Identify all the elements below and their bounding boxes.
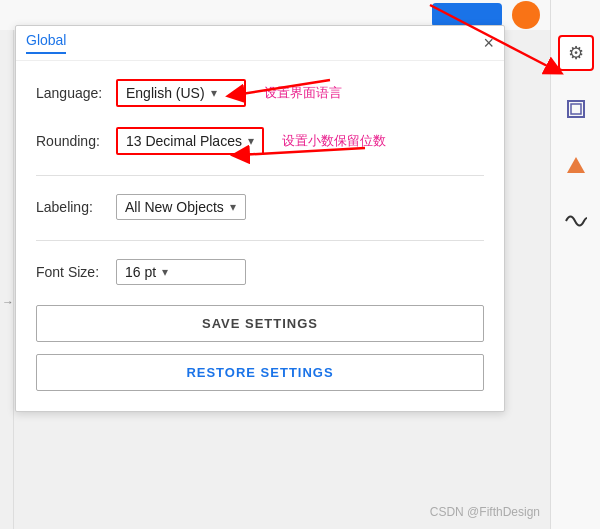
wave-icon[interactable] — [558, 203, 594, 239]
language-row: Language: English (US) ▾ 设置界面语言 — [36, 79, 484, 107]
top-bar-blue-button[interactable] — [432, 3, 502, 27]
divider-2 — [36, 240, 484, 241]
divider-1 — [36, 175, 484, 176]
fontsize-select[interactable]: 16 pt ▾ — [116, 259, 246, 285]
dialog-close-button[interactable]: × — [483, 34, 494, 52]
fontsize-dropdown-arrow: ▾ — [162, 265, 168, 279]
settings-dialog: Global × Language: English (US) ▾ 设置界面语言… — [15, 25, 505, 412]
shape-icon[interactable] — [558, 91, 594, 127]
labeling-label: Labeling: — [36, 199, 116, 215]
user-avatar[interactable] — [512, 1, 540, 29]
dialog-tab-global[interactable]: Global — [26, 32, 66, 54]
fontsize-label: Font Size: — [36, 264, 116, 280]
labeling-value: All New Objects — [125, 199, 224, 215]
language-value: English (US) — [126, 85, 205, 101]
language-dropdown-arrow: ▾ — [211, 86, 217, 100]
fontsize-row: Font Size: 16 pt ▾ — [36, 259, 484, 285]
left-arrow: → — [2, 295, 14, 309]
language-annotation: 设置界面语言 — [264, 84, 342, 102]
save-settings-button[interactable]: SAVE SETTINGS — [36, 305, 484, 342]
dialog-header: Global × — [16, 26, 504, 61]
rounding-label: Rounding: — [36, 133, 116, 149]
left-edge: → — [0, 0, 14, 529]
labeling-row: Labeling: All New Objects ▾ — [36, 194, 484, 220]
triangle-icon[interactable] — [558, 147, 594, 183]
right-sidebar: ⚙ — [550, 0, 600, 529]
rounding-value: 13 Decimal Places — [126, 133, 242, 149]
rounding-row: Rounding: 13 Decimal Places ▾ 设置小数保留位数 — [36, 127, 484, 155]
dialog-body: Language: English (US) ▾ 设置界面语言 Rounding… — [16, 61, 504, 411]
rounding-select[interactable]: 13 Decimal Places ▾ — [116, 127, 264, 155]
labeling-select[interactable]: All New Objects ▾ — [116, 194, 246, 220]
fontsize-value: 16 pt — [125, 264, 156, 280]
restore-settings-button[interactable]: RESTORE SETTINGS — [36, 354, 484, 391]
language-label: Language: — [36, 85, 116, 101]
language-select[interactable]: English (US) ▾ — [116, 79, 246, 107]
svg-rect-1 — [571, 104, 581, 114]
hexagon-shape-icon — [565, 98, 587, 120]
rounding-dropdown-arrow: ▾ — [248, 134, 254, 148]
wave-shape-icon — [564, 212, 588, 230]
svg-marker-2 — [567, 157, 585, 173]
labeling-dropdown-arrow: ▾ — [230, 200, 236, 214]
triangle-shape-icon — [565, 154, 587, 176]
gear-icon[interactable]: ⚙ — [558, 35, 594, 71]
rounding-annotation: 设置小数保留位数 — [282, 132, 386, 150]
watermark: CSDN @FifthDesign — [430, 505, 540, 519]
